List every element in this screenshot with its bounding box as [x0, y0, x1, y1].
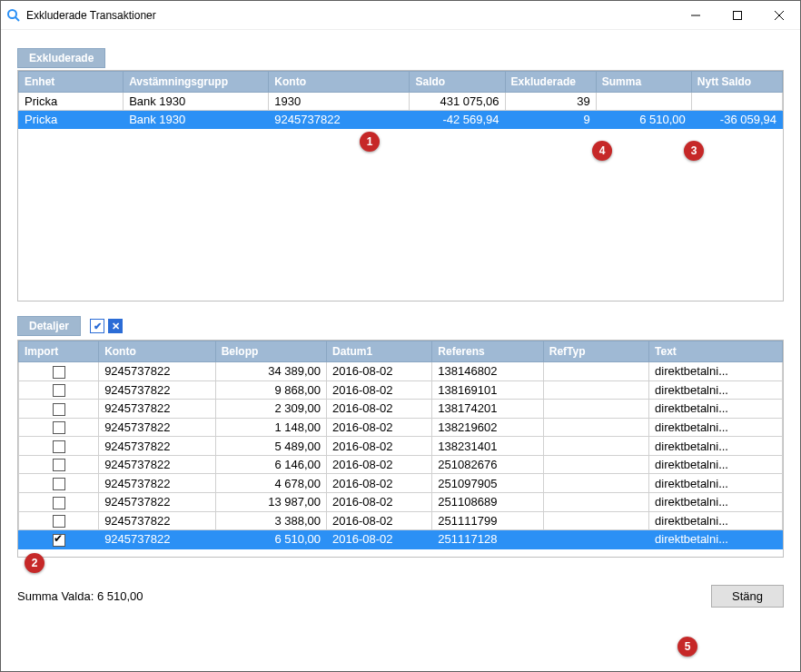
summary-row[interactable]: PrickaBank 19309245737822-42 569,9496 51…: [19, 111, 783, 129]
details-header[interactable]: Datum1: [327, 341, 432, 362]
details-cell: 138174201: [432, 400, 543, 419]
summary-cell: Pricka: [19, 111, 124, 129]
details-header[interactable]: Import: [19, 341, 99, 362]
summary-header[interactable]: Saldo: [410, 72, 505, 93]
details-header[interactable]: Referens: [432, 341, 543, 362]
details-cell: 9245737822: [99, 530, 216, 549]
window-controls: [675, 1, 800, 30]
import-checkbox[interactable]: [53, 459, 65, 471]
details-header[interactable]: Konto: [99, 341, 216, 362]
close-button[interactable]: [758, 1, 800, 30]
details-cell: 9245737822: [99, 455, 216, 474]
details-cell: 9245737822: [99, 380, 216, 400]
details-row[interactable]: 92457378222 309,002016-08-02138174201dir…: [19, 400, 783, 419]
summary-row[interactable]: PrickaBank 19301930431 075,0639: [19, 93, 783, 111]
details-cell: 3 388,00: [215, 511, 326, 530]
details-header[interactable]: RefTyp: [543, 341, 648, 362]
summa-valda-label: Summa Valda:: [17, 589, 97, 603]
tab-exkluderade[interactable]: Exkluderade: [17, 48, 105, 68]
details-cell: 2016-08-02: [327, 400, 432, 419]
details-cell: 4 678,00: [215, 474, 326, 493]
details-cell: 2016-08-02: [327, 511, 432, 530]
details-cell: direktbetalni...: [649, 362, 783, 381]
details-cell: 138231401: [432, 437, 543, 456]
details-cell: 251111799: [432, 511, 543, 530]
details-grid[interactable]: ImportKontoBeloppDatum1ReferensRefTypTex…: [17, 340, 784, 558]
details-cell: [19, 418, 99, 437]
import-checkbox[interactable]: [53, 403, 65, 416]
details-row[interactable]: 924573782213 987,002016-08-02251108689di…: [19, 492, 783, 511]
details-cell: direktbetalni...: [649, 418, 783, 437]
details-cell: 2016-08-02: [327, 437, 432, 456]
details-row[interactable]: 92457378226 146,002016-08-02251082676dir…: [19, 455, 783, 474]
details-cell: 6 510,00: [215, 530, 326, 549]
details-header[interactable]: Belopp: [215, 341, 326, 362]
details-cell: 2016-08-02: [327, 530, 432, 549]
details-cell: 251097905: [432, 474, 543, 493]
minimize-button[interactable]: [675, 1, 717, 30]
details-row[interactable]: 92457378229 868,002016-08-02138169101dir…: [19, 380, 783, 400]
summary-header[interactable]: Enhet: [19, 72, 124, 93]
summary-grid[interactable]: EnhetAvstämningsgruppKontoSaldoExkludera…: [17, 70, 784, 301]
summary-header[interactable]: Konto: [269, 72, 410, 93]
titlebar: Exkluderade Transaktioner: [1, 1, 800, 30]
details-cell: direktbetalni...: [649, 474, 783, 493]
details-row[interactable]: 92457378224 678,002016-08-02251097905dir…: [19, 474, 783, 493]
details-cell: 138219602: [432, 418, 543, 437]
summary-cell: Bank 1930: [124, 111, 269, 129]
import-checkbox[interactable]: [53, 478, 65, 490]
check-all-icon[interactable]: ✔: [90, 319, 104, 333]
details-cell: 9245737822: [99, 437, 216, 456]
details-row[interactable]: 92457378226 510,002016-08-02251117128dir…: [19, 530, 783, 549]
details-cell: 5 489,00: [215, 437, 326, 456]
details-cell: 2016-08-02: [327, 380, 432, 400]
import-checkbox[interactable]: [53, 366, 65, 379]
import-checkbox[interactable]: [53, 534, 65, 547]
details-cell: direktbetalni...: [649, 492, 783, 511]
import-checkbox[interactable]: [53, 440, 65, 453]
details-cell: 9245737822: [99, 474, 216, 493]
summary-header[interactable]: Exkluderade: [505, 72, 596, 93]
tab-detaljer[interactable]: Detaljer: [17, 316, 81, 336]
details-cell: 9245737822: [99, 418, 216, 437]
details-cell: direktbetalni...: [649, 380, 783, 400]
import-checkbox[interactable]: [53, 515, 65, 528]
details-cell: [19, 437, 99, 456]
close-button-footer[interactable]: Stäng: [711, 585, 784, 608]
summary-cell: 1930: [269, 93, 410, 111]
details-cell: direktbetalni...: [649, 455, 783, 474]
summary-header[interactable]: Nytt Saldo: [691, 72, 782, 93]
import-checkbox[interactable]: [53, 421, 65, 434]
details-cell: 9245737822: [99, 400, 216, 419]
details-cell: direktbetalni...: [649, 437, 783, 456]
details-cell: 2016-08-02: [327, 455, 432, 474]
details-cell: 251108689: [432, 492, 543, 511]
summa-valda-value: 6 510,00: [97, 589, 143, 603]
svg-point-0: [8, 10, 16, 18]
details-cell: direktbetalni...: [649, 530, 783, 549]
details-cell: 9245737822: [99, 492, 216, 511]
details-cell: [19, 492, 99, 511]
details-cell: [19, 530, 99, 549]
import-checkbox[interactable]: [53, 497, 65, 509]
maximize-button[interactable]: [717, 1, 758, 30]
details-row[interactable]: 92457378221 148,002016-08-02138219602dir…: [19, 418, 783, 437]
details-row[interactable]: 92457378223 388,002016-08-02251111799dir…: [19, 511, 783, 530]
annotation-5: 5: [677, 637, 697, 657]
annotation-3: 3: [684, 141, 704, 161]
summary-cell: 9: [505, 111, 596, 129]
details-row[interactable]: 92457378225 489,002016-08-02138231401dir…: [19, 437, 783, 456]
summary-cell: 39: [505, 93, 596, 111]
details-cell: 34 389,00: [215, 362, 326, 381]
summary-header[interactable]: Avstämningsgrupp: [124, 72, 269, 93]
details-cell: [543, 492, 648, 511]
details-cell: [543, 474, 648, 493]
import-checkbox[interactable]: [53, 384, 65, 397]
summary-cell: 9245737822: [269, 111, 410, 129]
uncheck-all-icon[interactable]: ✕: [108, 319, 123, 333]
summary-cell: -42 569,94: [410, 111, 505, 129]
details-header[interactable]: Text: [649, 341, 783, 362]
details-cell: [543, 437, 648, 456]
details-row[interactable]: 924573782234 389,002016-08-02138146802di…: [19, 362, 783, 381]
summary-header[interactable]: Summa: [596, 72, 691, 93]
